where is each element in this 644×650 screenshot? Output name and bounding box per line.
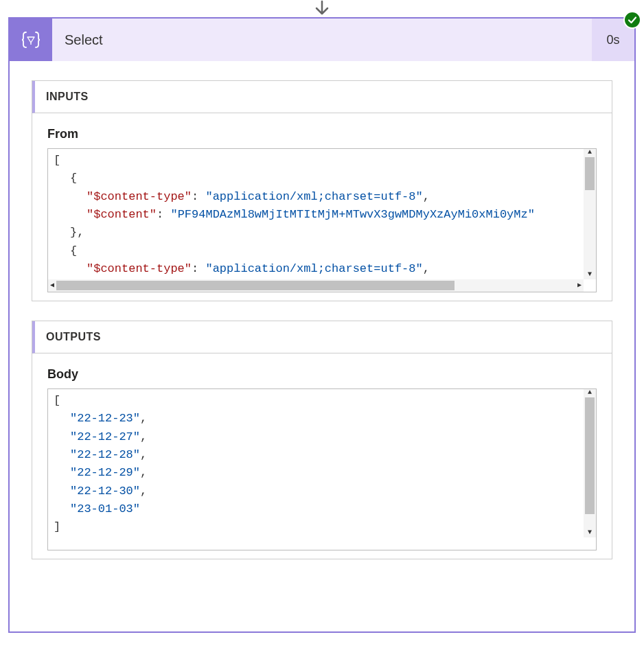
- flow-arrow-down-icon: [312, 0, 332, 19]
- select-action-icon: [10, 19, 52, 61]
- inputs-horizontal-scrollbar[interactable]: ◀ ▶: [48, 279, 584, 292]
- outputs-heading: OUTPUTS: [32, 321, 612, 353]
- action-header[interactable]: Select 0s: [10, 19, 634, 61]
- inputs-panel: INPUTS From [{"$content-type": "applicat…: [32, 80, 612, 301]
- inputs-heading: INPUTS: [32, 81, 612, 113]
- inputs-from-label: From: [47, 127, 597, 141]
- outputs-body-label: Body: [47, 367, 597, 382]
- inputs-from-code[interactable]: [{"$content-type": "application/xml;char…: [47, 148, 597, 292]
- action-title: Select: [52, 19, 592, 61]
- inputs-vertical-scrollbar[interactable]: ▲ ▼: [584, 149, 596, 279]
- outputs-panel: OUTPUTS Body ["22-12-23","22-12-27","22-…: [32, 321, 612, 559]
- outputs-body-code[interactable]: ["22-12-23","22-12-27","22-12-28","22-12…: [47, 388, 597, 550]
- action-card[interactable]: Select 0s INPUTS From [{"$content-type":…: [8, 17, 636, 633]
- status-success-badge: [623, 11, 641, 29]
- outputs-vertical-scrollbar[interactable]: ▲ ▼: [584, 389, 596, 537]
